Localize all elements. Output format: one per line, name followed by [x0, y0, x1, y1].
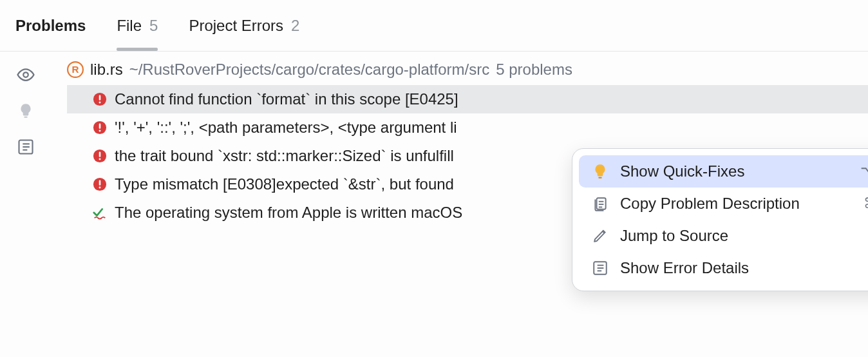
- tab-label: Problems: [15, 17, 86, 35]
- error-icon: [93, 149, 107, 163]
- context-label: Show Quick-Fixes: [620, 162, 850, 180]
- rust-file-icon: R: [67, 61, 84, 78]
- typo-icon: [93, 206, 107, 220]
- tab-count: 2: [291, 17, 299, 35]
- context-copy-description[interactable]: Copy Problem Description ⌘C: [579, 188, 868, 220]
- content-area: R lib.rs ~/RustRoverProjects/cargo/crate…: [52, 52, 868, 357]
- svg-rect-20: [598, 177, 601, 179]
- context-show-quick-fixes[interactable]: Show Quick-Fixes ⌥↩: [579, 155, 868, 188]
- bulb-icon: [590, 162, 610, 181]
- panel-body: R lib.rs ~/RustRoverProjects/cargo/crate…: [0, 52, 868, 357]
- tab-label: Project Errors: [189, 17, 283, 35]
- svg-rect-12: [99, 124, 101, 129]
- svg-point-0: [23, 72, 28, 77]
- context-label: Show Error Details: [620, 259, 868, 277]
- problem-row[interactable]: '!', '+', '::', ';', <path parameters>, …: [67, 113, 868, 142]
- problem-text: Type mismatch [E0308]expected `&str`, bu…: [115, 175, 454, 193]
- error-icon: [93, 177, 107, 191]
- svg-point-19: [99, 187, 101, 189]
- eye-icon[interactable]: [15, 64, 36, 85]
- svg-rect-15: [99, 152, 101, 157]
- context-shortcut: ⌥↩: [860, 163, 868, 180]
- svg-rect-18: [99, 180, 101, 186]
- tab-project-errors[interactable]: Project Errors 2: [189, 0, 299, 51]
- svg-point-10: [99, 102, 101, 104]
- problem-text: Cannot find function `format` in this sc…: [115, 90, 458, 108]
- left-icon-bar: [0, 52, 52, 357]
- file-name: lib.rs: [90, 61, 123, 79]
- context-show-error-details[interactable]: Show Error Details: [579, 252, 868, 284]
- tab-problems[interactable]: Problems: [15, 0, 86, 51]
- tabs-bar: Problems File 5 Project Errors 2: [0, 0, 868, 52]
- problem-text: the trait bound `xstr: std::marker::Size…: [115, 147, 454, 165]
- bulb-icon[interactable]: [15, 101, 36, 121]
- context-shortcut: ⌘C: [863, 195, 868, 212]
- error-icon: [93, 92, 107, 106]
- details-icon: [590, 258, 610, 278]
- file-header[interactable]: R lib.rs ~/RustRoverProjects/cargo/crate…: [67, 61, 868, 79]
- problem-text: The operating system from Apple is writt…: [115, 204, 462, 222]
- file-problem-count: 5 problems: [496, 61, 572, 79]
- svg-point-13: [99, 130, 101, 132]
- tab-count: 5: [149, 17, 158, 35]
- tab-label: File: [117, 17, 142, 35]
- details-icon[interactable]: [15, 137, 36, 157]
- problem-text: '!', '+', '::', ';', <path parameters>, …: [115, 119, 457, 137]
- svg-rect-9: [99, 95, 101, 101]
- file-path: ~/RustRoverProjects/cargo/crates/cargo-p…: [129, 61, 490, 79]
- context-label: Copy Problem Description: [620, 195, 853, 213]
- context-label: Jump to Source: [620, 227, 856, 245]
- copy-icon: [590, 194, 610, 213]
- context-menu: Show Quick-Fixes ⌥↩ Copy Problem Descrip…: [572, 148, 868, 291]
- svg-rect-1: [24, 117, 27, 118]
- svg-point-16: [99, 159, 101, 160]
- svg-text:R: R: [72, 64, 79, 75]
- problem-row[interactable]: Cannot find function `format` in this sc…: [67, 85, 868, 113]
- context-jump-to-source[interactable]: Jump to Source ⌘↓: [579, 220, 868, 252]
- error-icon: [93, 121, 107, 135]
- pencil-icon: [590, 226, 610, 246]
- tab-file[interactable]: File 5: [117, 0, 158, 51]
